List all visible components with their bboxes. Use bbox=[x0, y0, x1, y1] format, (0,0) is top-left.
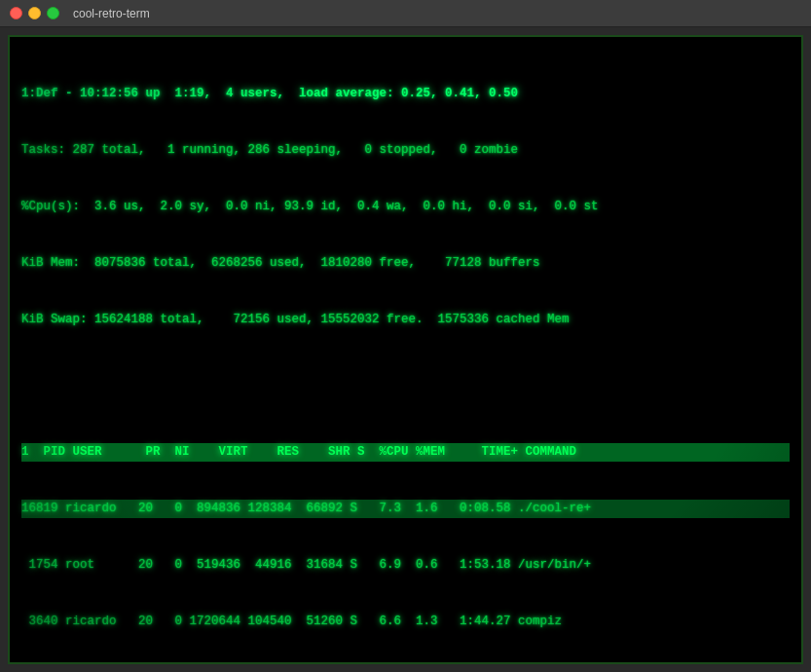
section-1-row-2: 3640 ricardo 20 0 1720644 104540 51260 S… bbox=[21, 613, 790, 631]
swap-line: KiB Swap: 15624188 total, 72156 used, 15… bbox=[21, 311, 790, 329]
close-button[interactable] bbox=[10, 7, 22, 19]
window-title: cool-retro-term bbox=[73, 7, 150, 20]
maximize-button[interactable] bbox=[47, 7, 59, 19]
mem-line: KiB Mem: 8075836 total, 6268256 used, 18… bbox=[21, 254, 790, 273]
terminal-content: 1:Def - 10:12:56 up 1:19, 4 users, load … bbox=[21, 47, 790, 664]
section-1-row-0: 16819 ricardo 20 0 894836 128384 66892 S… bbox=[21, 500, 790, 518]
minimize-button[interactable] bbox=[28, 7, 41, 19]
section-1-header: 1 PID USER PR NI VIRT RES SHR S %CPU %ME… bbox=[21, 443, 790, 462]
tasks-line: Tasks: 287 total, 1 running, 286 sleepin… bbox=[21, 141, 790, 160]
section-1-row-1: 1754 root 20 0 519436 44916 31684 S 6.9 … bbox=[21, 556, 790, 575]
window-titlebar: cool-retro-term bbox=[0, 0, 811, 27]
header-line: 1:Def - 10:12:56 up 1:19, 4 users, load … bbox=[21, 87, 518, 100]
terminal-area[interactable]: 1:Def - 10:12:56 up 1:19, 4 users, load … bbox=[8, 35, 803, 664]
cpu-line: %Cpu(s): 3.6 us, 2.0 sy, 0.0 ni, 93.9 id… bbox=[21, 198, 790, 216]
